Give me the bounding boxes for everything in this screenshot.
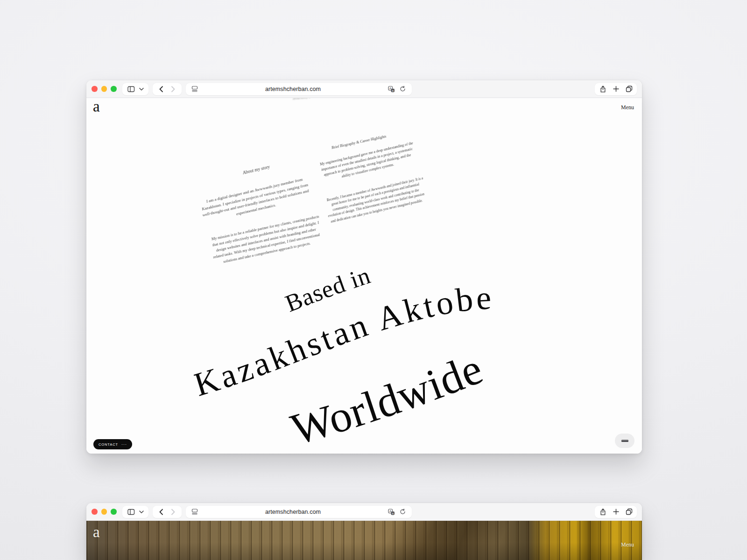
sound-toggle-button[interactable] xyxy=(615,434,634,448)
hero-photo-wood-slats: a Menu xyxy=(86,521,642,560)
chevron-down-icon[interactable] xyxy=(137,83,146,95)
toolbar-actions xyxy=(595,83,637,95)
webpage-viewport: a about/story 4 Menu About my story I am… xyxy=(86,98,642,454)
share-icon[interactable] xyxy=(597,83,609,95)
tab-overview-icon[interactable] xyxy=(623,83,635,95)
url-text[interactable]: artemshcherban.com xyxy=(202,86,385,92)
tab-overview-icon[interactable] xyxy=(623,506,635,518)
close-window-button[interactable] xyxy=(92,509,98,515)
back-icon[interactable] xyxy=(155,506,167,518)
about-heading: About my story xyxy=(220,159,293,181)
chevron-down-icon[interactable] xyxy=(137,506,146,518)
zoom-window-button[interactable] xyxy=(111,86,117,92)
sidebar-control-2 xyxy=(122,506,148,518)
toolbar-actions-2 xyxy=(595,506,637,518)
browser-toolbar: artemshcherban.com A a xyxy=(86,80,642,98)
site-logo[interactable]: a xyxy=(93,525,100,540)
reload-icon[interactable] xyxy=(399,506,407,518)
about-paragraph-2: My mission is to be a reliable partner f… xyxy=(211,213,321,267)
translate-icon[interactable]: A a xyxy=(388,506,396,518)
forward-icon[interactable] xyxy=(167,83,179,95)
menu-link[interactable]: Menu xyxy=(621,104,634,111)
sidebar-control xyxy=(122,83,148,95)
forward-icon[interactable] xyxy=(167,506,179,518)
menu-link[interactable]: Menu xyxy=(621,541,634,548)
close-window-button[interactable] xyxy=(92,86,98,92)
address-bar-2[interactable]: artemshcherban.com A a xyxy=(186,506,412,518)
back-icon[interactable] xyxy=(155,83,167,95)
minimize-window-button[interactable] xyxy=(101,86,107,92)
translate-icon[interactable]: A a xyxy=(388,83,396,95)
traffic-lights-2 xyxy=(92,509,117,515)
browser-window-bottom: artemshcherban.com A a xyxy=(86,503,642,560)
address-bar[interactable]: artemshcherban.com A a xyxy=(186,83,412,95)
browser-window-top: artemshcherban.com A a xyxy=(86,80,642,454)
page-top-clipped-text: about/story 4 xyxy=(293,98,310,100)
bio-heading: Brief Biography & Career Highlights xyxy=(331,134,387,150)
share-icon[interactable] xyxy=(597,506,609,518)
contact-button-dots: ··· xyxy=(121,442,127,447)
url-text[interactable]: artemshcherban.com xyxy=(202,509,385,515)
minus-icon xyxy=(621,440,628,442)
new-tab-icon[interactable] xyxy=(610,83,622,95)
contact-button-label: CONTACT xyxy=(99,442,118,447)
contact-button[interactable]: CONTACT ··· xyxy=(93,439,132,449)
nav-buttons xyxy=(153,83,182,95)
bio-paragraph-2: Recently, I became a member of Awwwards … xyxy=(326,175,425,224)
sidebar-toggle-icon[interactable] xyxy=(125,506,137,518)
page-settings-icon[interactable] xyxy=(190,83,199,95)
minimize-window-button[interactable] xyxy=(101,509,107,515)
nav-buttons-2 xyxy=(153,506,182,518)
new-tab-icon[interactable] xyxy=(610,506,622,518)
reload-icon[interactable] xyxy=(399,83,407,95)
hero-warped-text: Based in Kazakhstan Aktobe Worldwide xyxy=(194,264,563,450)
site-logo[interactable]: a xyxy=(93,99,100,114)
zoom-window-button[interactable] xyxy=(111,509,117,515)
browser-toolbar-2: artemshcherban.com A a xyxy=(86,503,642,521)
page-settings-icon[interactable] xyxy=(190,506,199,518)
traffic-lights xyxy=(92,86,117,92)
sidebar-toggle-icon[interactable] xyxy=(125,83,137,95)
